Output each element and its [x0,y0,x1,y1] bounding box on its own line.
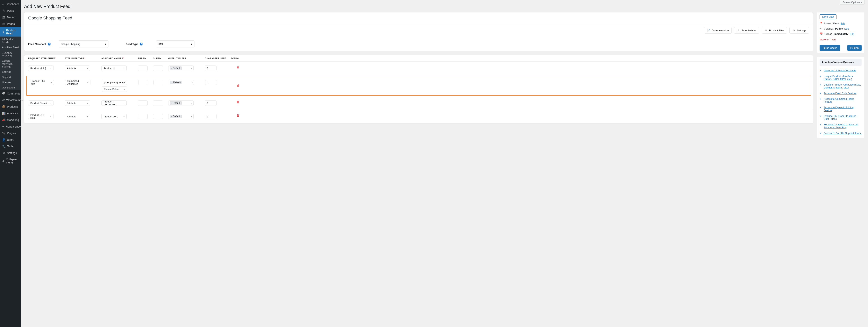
documentation-button[interactable]: 📄Documentation [704,27,732,34]
sidebar-item-comments[interactable]: 💬Comments [0,90,21,97]
sub-license[interactable]: License [0,80,21,85]
col-type: Attribute Type* [65,57,100,60]
woo-icon: W [2,98,5,102]
char-limit-input[interactable] [205,80,217,85]
sidebar-item-woocommerce[interactable]: WWooCommerce [0,97,21,103]
suffix-input[interactable] [154,80,163,85]
remove-icon[interactable]: × [171,102,172,104]
assigned-value-input[interactable] [102,80,127,85]
feature-link[interactable]: Fix WooCommerce's (Json-Ld) Structured D… [824,123,862,129]
remove-icon[interactable]: × [172,81,173,84]
sub-get-started[interactable]: Get Started [0,85,21,90]
troubleshoot-button[interactable]: ⚠Troubleshoot [734,27,759,34]
filter-chip[interactable]: ×Default [169,101,182,105]
screen-options-button[interactable]: Screen Options ▾ [840,0,865,5]
delete-row-button[interactable]: 🗑 [228,66,240,69]
attr-type-select[interactable]: Combined Attributes▾ [65,80,90,85]
alert-icon: ⚠ [737,29,740,32]
save-draft-button[interactable]: Save Draft [819,14,836,19]
attr-type-select[interactable]: Attribute▾ [65,100,90,106]
attr-type-select[interactable]: Attribute▾ [65,66,90,71]
sidebar-item-analytics[interactable]: 📊Analytics [0,110,21,117]
sub-add-new[interactable]: Add New Feed [0,45,21,50]
sidebar-item-pages[interactable]: ▤Pages [0,21,21,27]
sidebar-item-products[interactable]: 📦Products [0,103,21,110]
output-filter-select[interactable]: ×Default▾ [168,100,193,106]
feature-link[interactable]: Access To An Elite Support Team. [824,132,862,134]
required-attr-select[interactable]: Product Id [id]▾ [28,66,54,71]
sub-settings[interactable]: Settings [0,69,21,74]
sidebar-collapse[interactable]: ◀Collapse menu [0,156,21,166]
attr-type-select[interactable]: Attribute▾ [65,114,90,119]
feature-link[interactable]: Generate Unlimited Products [824,69,856,72]
publish-button[interactable]: Publish [847,45,862,51]
feed-type-select[interactable]: XML▾ [156,40,195,47]
sub-category-mapping[interactable]: Category Mapping [0,50,21,58]
sidebar-item-settings[interactable]: ⚙Settings [0,150,21,156]
suffix-input[interactable] [153,114,163,119]
feed-config-panel: Google Shopping Feed 📄Documentation ⚠Tro… [24,12,813,51]
col-action: Action [228,57,240,60]
sidebar-item-dashboard[interactable]: ⌂Dashboard [0,1,21,7]
remove-icon[interactable]: × [171,67,172,69]
assigned-value-select[interactable]: Product URL▾ [101,114,127,119]
output-filter-select[interactable]: ×Default▾ [169,80,194,85]
required-attr-select[interactable]: Product Title [title]▾ [29,80,54,85]
settings-button[interactable]: ⚙Settings [789,27,809,34]
char-limit-input[interactable] [205,100,217,106]
chevron-down-icon: ▾ [191,102,192,104]
assigned-value-select[interactable]: Please Select▾ [102,86,127,92]
remove-icon[interactable]: × [171,116,172,118]
required-attr-select[interactable]: Product Description [description]▾ [28,100,54,106]
prefix-input[interactable] [138,66,148,71]
sidebar-item-marketing[interactable]: 📣Marketing [0,117,21,123]
required-attr-select[interactable]: Product URL [link]▾ [28,114,54,119]
chevron-down-icon: ▾ [87,81,88,84]
sidebar-item-plugins[interactable]: 🔌Plugins [0,130,21,136]
feature-link[interactable]: Unique Product Identifiers (Brand, GTIN,… [824,75,862,80]
feature-link[interactable]: Access to Dynamic Pricing Feature [824,106,862,112]
char-limit-input[interactable] [205,114,217,119]
move-to-trash-link[interactable]: Move to Trash [819,38,836,41]
feature-link[interactable]: Access to Combined Fields Feature [824,97,862,103]
prefix-input[interactable] [138,100,148,106]
sidebar-item-users[interactable]: 👤Users [0,136,21,143]
sub-all-feeds[interactable]: All Product Feeds [0,37,21,45]
output-filter-select[interactable]: ×Default▾ [168,114,193,119]
assigned-value-select[interactable]: Product Description▾ [101,100,127,106]
filter-chip[interactable]: ×Default [169,66,182,70]
suffix-input[interactable] [153,66,163,71]
delete-row-button[interactable]: 🗑 [228,84,240,88]
purge-cache-button[interactable]: Purge Cache [819,45,840,51]
prefix-input[interactable] [138,80,148,85]
sub-google-merchant[interactable]: Google Merchant Settings [0,58,21,69]
output-filter-select[interactable]: ×Default▾ [168,66,193,71]
sub-support[interactable]: Support [0,74,21,80]
trash-icon: 🗑 [236,100,240,104]
delete-row-button[interactable]: 🗑 [228,100,240,104]
feature-link[interactable]: Detailed Product Attributes (Size, Gende… [824,83,862,89]
char-limit-input[interactable] [205,66,217,71]
product-filter-button[interactable]: ▽Product Filter [762,27,787,34]
suffix-input[interactable] [153,100,163,106]
sidebar-item-appearance[interactable]: ✦Appearance [0,123,21,130]
edit-schedule-link[interactable]: Edit [850,32,854,35]
feature-link[interactable]: Access to Feed Rule Feature [824,92,856,95]
table-row: Product URL [link]▾ Attribute▾ Product U… [24,110,813,123]
sidebar-item-posts[interactable]: ✎Posts [0,7,21,14]
assigned-value-select[interactable]: Product Id▾ [101,66,127,71]
prefix-input[interactable] [138,114,148,119]
sidebar-item-product-feed[interactable]: ⇪Product Feed [0,27,21,37]
filter-chip[interactable]: ×Default [170,81,182,84]
sidebar-item-tools[interactable]: 🔧Tools [0,143,21,150]
sidebar-item-media[interactable]: 🖾Media [0,14,21,21]
help-icon[interactable]: ? [140,42,143,45]
delete-row-button[interactable]: 🗑 [228,114,240,117]
help-icon[interactable]: ? [48,42,51,45]
edit-visibility-link[interactable]: Edit [844,27,848,30]
chevron-down-icon: ▾ [191,42,192,45]
filter-chip[interactable]: ×Default [169,115,182,118]
edit-status-link[interactable]: Edit [841,22,845,25]
feature-link[interactable]: Exclude Tax From Structured Data Prices [824,115,862,120]
feed-merchant-select[interactable]: Google Shopping▾ [58,40,109,47]
